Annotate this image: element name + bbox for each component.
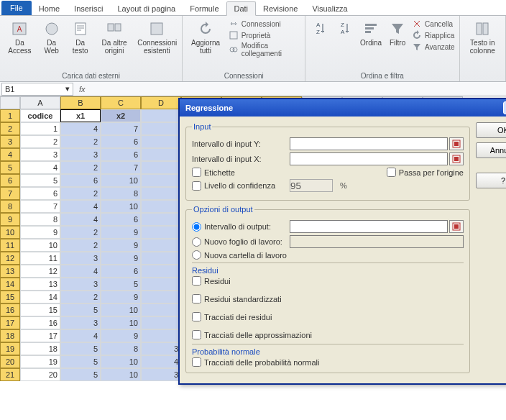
cell[interactable]: 9: [101, 329, 141, 342]
connections-button[interactable]: Connessioni: [229, 19, 300, 29]
cell[interactable]: [141, 135, 181, 148]
cell[interactable]: 2: [60, 135, 101, 148]
dialog-titlebar[interactable]: Regressione ? ✕: [180, 99, 506, 117]
labels-checkbox[interactable]: Etichette: [192, 168, 235, 177]
row-header[interactable]: 9: [0, 213, 20, 226]
cell[interactable]: 18: [20, 342, 60, 355]
cell[interactable]: 6: [101, 135, 141, 148]
text-to-columns-button[interactable]: Testo in colonne: [464, 19, 501, 56]
cell[interactable]: 17: [20, 329, 60, 342]
row-header[interactable]: 8: [0, 200, 20, 213]
cell[interactable]: 5: [60, 368, 101, 381]
row-header[interactable]: 2: [0, 122, 20, 135]
cell[interactable]: [141, 252, 181, 265]
name-box[interactable]: B1▾: [1, 83, 73, 96]
edit-links-button[interactable]: Modifica collegamenti: [229, 42, 300, 58]
row-header[interactable]: 1: [0, 109, 20, 122]
cell[interactable]: [141, 303, 181, 316]
select-all-corner[interactable]: [0, 96, 20, 109]
cell[interactable]: 3: [141, 342, 181, 355]
residuals-checkbox[interactable]: Residui: [192, 276, 464, 286]
cell[interactable]: 2: [60, 291, 101, 303]
cell[interactable]: [141, 291, 181, 303]
cell[interactable]: 14: [20, 291, 60, 303]
row-header[interactable]: 15: [0, 291, 20, 303]
cell[interactable]: 12: [20, 265, 60, 278]
cell[interactable]: 10: [101, 316, 141, 329]
cell[interactable]: 9: [101, 252, 141, 265]
cell[interactable]: 6: [101, 265, 141, 278]
cancel-button[interactable]: Annulla: [476, 142, 506, 158]
row-header[interactable]: 7: [0, 187, 20, 200]
row-header[interactable]: 12: [0, 252, 20, 265]
cell[interactable]: 20: [20, 368, 60, 381]
tab-visualizza[interactable]: Visualizza: [305, 2, 354, 15]
line-fit-plots-checkbox[interactable]: Tracciati delle approssimazioni: [192, 330, 464, 339]
output-range-radio[interactable]: Intervallo di output:: [192, 222, 285, 232]
ref-picker-button[interactable]: [449, 137, 464, 150]
cell[interactable]: 2: [20, 135, 60, 148]
cell[interactable]: 10: [101, 200, 141, 213]
dialog-help-button[interactable]: ?: [503, 101, 506, 114]
cell[interactable]: 3: [60, 278, 101, 291]
cell[interactable]: 3: [20, 148, 60, 161]
cell[interactable]: 8: [20, 213, 60, 226]
col-header-C[interactable]: C: [101, 96, 141, 109]
row-header[interactable]: 10: [0, 226, 20, 239]
row-header[interactable]: 21: [0, 368, 20, 381]
tab-layout[interactable]: Layout di pagina: [110, 2, 183, 15]
new-sheet-radio[interactable]: Nuovo foglio di lavoro:: [192, 237, 285, 247]
cell[interactable]: 2: [60, 161, 101, 174]
properties-button[interactable]: Proprietà: [229, 30, 300, 40]
cell[interactable]: 2: [60, 239, 101, 252]
cell[interactable]: 5: [60, 303, 101, 316]
tab-dati[interactable]: Dati: [226, 1, 257, 16]
from-text-button[interactable]: Da testo: [68, 19, 93, 56]
cell[interactable]: 9: [20, 226, 60, 239]
x-range-input[interactable]: [290, 152, 448, 165]
cell[interactable]: 10: [20, 239, 60, 252]
cell[interactable]: 2: [60, 187, 101, 200]
cell[interactable]: 6: [20, 187, 60, 200]
cell[interactable]: [141, 109, 181, 122]
cell[interactable]: 5: [60, 342, 101, 355]
cell[interactable]: 9: [101, 291, 141, 303]
cell[interactable]: [141, 316, 181, 329]
cell[interactable]: 1: [20, 122, 60, 135]
cell[interactable]: 10: [101, 303, 141, 316]
cell[interactable]: [141, 174, 181, 187]
filter-button[interactable]: Filtro: [387, 19, 408, 48]
cell[interactable]: 15: [20, 303, 60, 316]
cell[interactable]: [141, 239, 181, 252]
cell[interactable]: 3: [60, 148, 101, 161]
y-range-input[interactable]: [290, 137, 448, 150]
cell[interactable]: 13: [20, 278, 60, 291]
cell[interactable]: 6: [101, 148, 141, 161]
ref-picker-button[interactable]: [449, 220, 464, 233]
cell[interactable]: 5: [20, 174, 60, 187]
tab-formule[interactable]: Formule: [183, 2, 226, 15]
cell[interactable]: 4: [141, 355, 181, 368]
cell[interactable]: 6: [101, 213, 141, 226]
cell[interactable]: 11: [20, 252, 60, 265]
confidence-checkbox[interactable]: Livello di confidenza: [192, 181, 285, 191]
cell[interactable]: [141, 226, 181, 239]
existing-conn-button[interactable]: Connessioni esistenti: [136, 19, 178, 56]
row-header[interactable]: 5: [0, 161, 20, 174]
cell[interactable]: [141, 329, 181, 342]
tab-revisione[interactable]: Revisione: [256, 2, 305, 15]
clear-filter-button[interactable]: Cancella: [412, 19, 455, 29]
sort-desc-button[interactable]: ZA: [334, 19, 354, 39]
cell[interactable]: [141, 161, 181, 174]
cell[interactable]: 8: [101, 342, 141, 355]
from-access-button[interactable]: ADa Access: [4, 19, 35, 56]
from-web-button[interactable]: Da Web: [40, 19, 64, 56]
cell[interactable]: [141, 213, 181, 226]
tab-home[interactable]: Home: [32, 2, 67, 15]
cell[interactable]: 4: [60, 200, 101, 213]
normal-plot-checkbox[interactable]: Tracciati delle probabilità normali: [192, 357, 464, 367]
col-header-A[interactable]: A: [20, 96, 60, 109]
output-range-input[interactable]: [290, 220, 448, 233]
cell[interactable]: 10: [101, 174, 141, 187]
cell[interactable]: 5: [60, 355, 101, 368]
